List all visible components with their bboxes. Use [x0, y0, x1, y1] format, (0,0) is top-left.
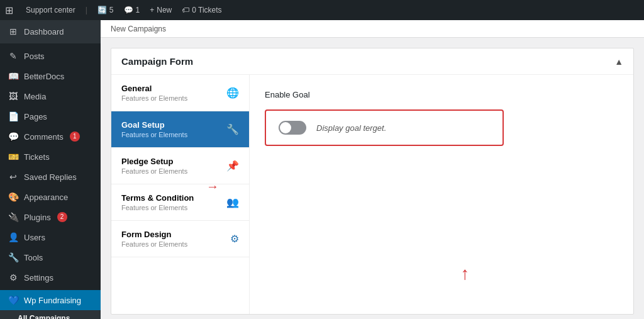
sidebar-pages-label: Pages: [24, 112, 47, 121]
wp-logo-icon: ⊞: [5, 4, 13, 16]
up-arrow-annotation: ↑: [461, 265, 470, 283]
breadcrumb: New Campaigns: [111, 25, 166, 33]
panel-sidebar-form-design[interactable]: Form Design Features or Elements ⚙: [111, 221, 249, 257]
sidebar-item-tickets[interactable]: 🎫 Tickets: [0, 147, 101, 167]
sidebar-item-betterdocs[interactable]: 📖 BetterDocs: [0, 66, 101, 86]
panel-main-content: Enable Goal Display goal terget. ↑: [250, 75, 633, 314]
pages-icon: 📄: [8, 111, 19, 121]
media-icon: 🖼: [8, 91, 19, 101]
saved-replies-icon: ↩: [8, 172, 19, 182]
plus-icon: +: [150, 6, 154, 14]
sidebar-comments-label: Comments: [24, 132, 64, 142]
goal-setup-title: Goal Setup: [121, 120, 187, 130]
pledge-setup-title: Pledge Setup: [121, 157, 187, 166]
sidebar-dashboard-label: Dashboard: [24, 27, 64, 36]
panel-sidebar-goal-setup[interactable]: Goal Setup Features or Elements 🔧: [111, 111, 249, 148]
toggle-label: Display goal terget.: [316, 123, 386, 133]
sidebar-item-appearance[interactable]: 🎨 Appearance: [0, 187, 101, 207]
sidebar-betterdocs-label: BetterDocs: [24, 72, 64, 81]
general-sub: Features or Elements: [121, 94, 187, 102]
admin-bar: ⊞ Support center | 🔄 5 💬 1 + New 🏷 0 Tic…: [0, 0, 644, 20]
tools-icon: 🔧: [8, 252, 19, 262]
enable-goal-toggle[interactable]: [279, 121, 306, 135]
general-title: General: [121, 84, 187, 93]
sidebar-submenu-all-campaigns[interactable]: All Campaigns: [0, 310, 101, 319]
plugins-icon: 🔌: [8, 212, 19, 222]
sidebar-appearance-label: Appearance: [24, 193, 68, 202]
collapse-icon[interactable]: ▲: [614, 57, 623, 67]
pin-icon: 📌: [226, 160, 239, 172]
sidebar-plugins-label: Plugins: [24, 213, 51, 222]
panel-sidebar-pledge-setup[interactable]: Pledge Setup Features or Elements 📌: [111, 148, 249, 184]
form-design-sub: Features or Elements: [121, 240, 187, 248]
settings-icon: ⚙: [8, 272, 19, 283]
enable-goal-label: Enable Goal: [265, 90, 618, 99]
sidebar-item-media[interactable]: 🖼 Media: [0, 86, 101, 106]
ticket-icon: 🏷: [182, 6, 189, 14]
site-name[interactable]: Support center: [26, 6, 75, 14]
form-design-title: Form Design: [121, 230, 187, 239]
panel-sidebar: General Features or Elements 🌐 Goal Setu…: [111, 75, 250, 314]
comments-badge: 1: [70, 132, 80, 142]
betterdocs-icon: 📖: [8, 71, 19, 81]
globe-icon: 🌐: [226, 87, 239, 99]
tickets-item[interactable]: 🏷 0 Tickets: [182, 6, 221, 14]
goal-setup-sub: Features or Elements: [121, 131, 187, 138]
dashboard-icon: ⊞: [8, 26, 19, 36]
campaign-form-panel: Campaign Form ▲ General Features or Elem…: [111, 48, 634, 315]
updates-item[interactable]: 🔄 5: [97, 6, 114, 14]
sidebar-submenu-wp-fundraising: All Campaigns Add Campaign: [0, 310, 101, 319]
sidebar-item-settings[interactable]: ⚙ Settings: [0, 267, 101, 288]
gear-icon: ⚙: [230, 233, 239, 245]
panel-header: Campaign Form ▲: [111, 48, 633, 75]
sidebar-item-plugins[interactable]: 🔌 Plugins 2: [0, 207, 101, 227]
panel-title: Campaign Form: [121, 56, 193, 67]
top-bar: New Campaigns: [101, 20, 644, 38]
sidebar-users-label: Users: [24, 233, 45, 242]
appearance-icon: 🎨: [8, 192, 19, 202]
sidebar-item-comments[interactable]: 💬 Comments 1: [0, 126, 101, 147]
sidebar-item-tools[interactable]: 🔧 Tools: [0, 247, 101, 267]
sidebar-item-pages[interactable]: 📄 Pages: [0, 106, 101, 126]
new-item[interactable]: + New: [150, 6, 172, 14]
comments-item[interactable]: 💬 1: [124, 6, 140, 14]
sidebar-wp-fundraising-label: Wp Fundraising: [24, 296, 81, 305]
sidebar-section-main: ✎ Posts 📖 BetterDocs 🖼 Media 📄 Pages 💬 C…: [0, 43, 101, 290]
sidebar-item-saved-replies[interactable]: ↩ Saved Replies: [0, 167, 101, 187]
sidebar-item-dashboard[interactable]: ⊞ Dashboard: [0, 20, 101, 43]
comments-sidebar-icon: 💬: [8, 132, 19, 142]
sidebar: ⊞ Dashboard ✎ Posts 📖 BetterDocs 🖼 Media…: [0, 20, 101, 319]
content-area: New Campaigns → Campaign Form ▲ General: [101, 20, 644, 319]
main-layout: ⊞ Dashboard ✎ Posts 📖 BetterDocs 🖼 Media…: [0, 20, 644, 319]
tickets-icon: 🎫: [8, 152, 19, 162]
sidebar-media-label: Media: [24, 92, 46, 101]
sidebar-settings-label: Settings: [24, 273, 53, 283]
terms-title: Terms & Condition: [121, 193, 194, 203]
site-name-label: Support center: [26, 6, 75, 14]
updates-icon: 🔄: [97, 6, 107, 14]
sidebar-saved-replies-label: Saved Replies: [24, 172, 77, 182]
goal-setup-icon: 🔧: [226, 123, 239, 135]
group-icon: 👥: [226, 196, 239, 208]
comments-icon: 💬: [124, 6, 133, 14]
panel-container: → Campaign Form ▲ General Features or El…: [101, 48, 644, 315]
plugins-badge: 2: [57, 212, 67, 222]
panel-sidebar-general[interactable]: General Features or Elements 🌐: [111, 75, 249, 111]
sidebar-item-posts[interactable]: ✎ Posts: [0, 46, 101, 66]
sidebar-posts-label: Posts: [24, 52, 45, 61]
sidebar-tools-label: Tools: [24, 253, 43, 262]
panel-body: General Features or Elements 🌐 Goal Setu…: [111, 75, 633, 314]
posts-icon: ✎: [8, 51, 19, 61]
panel-sidebar-terms-condition[interactable]: Terms & Condition Features or Elements 👥: [111, 184, 249, 221]
pledge-setup-sub: Features or Elements: [121, 167, 187, 175]
sidebar-item-users[interactable]: 👤 Users: [0, 227, 101, 247]
sidebar-tickets-label: Tickets: [24, 152, 50, 162]
terms-sub: Features or Elements: [121, 204, 194, 211]
toggle-box: Display goal terget.: [265, 109, 504, 146]
sidebar-item-wp-fundraising[interactable]: 💙 Wp Fundraising: [0, 290, 101, 310]
up-arrow-icon: ↑: [461, 265, 470, 283]
wp-fundraising-icon: 💙: [8, 295, 19, 305]
users-icon: 👤: [8, 232, 19, 242]
